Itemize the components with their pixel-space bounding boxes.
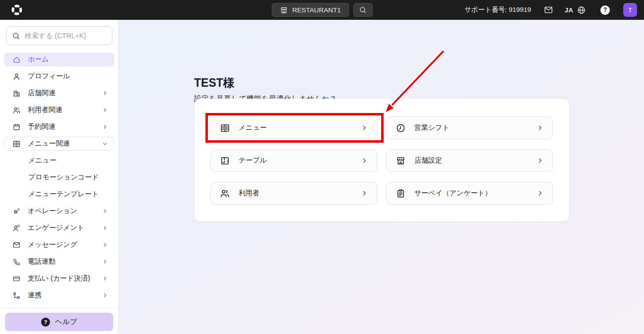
help-icon[interactable]: ?: [600, 5, 610, 15]
tile-menu[interactable]: メニュー: [210, 116, 377, 139]
tile-label: 店舗設定: [414, 156, 442, 165]
sidebar-item-label: メッセージング: [28, 240, 77, 249]
globe-icon: [577, 5, 586, 15]
search-icon: [12, 32, 20, 40]
sidebar-item-users-related[interactable]: 利用者関連: [4, 103, 114, 117]
sidebar-item-label: ホーム: [28, 55, 49, 64]
storefront-icon: [279, 6, 288, 14]
sidebar-item-phone-integration[interactable]: 電話連動: [4, 255, 114, 269]
sidebar-subitem-promotion-code[interactable]: プロモーションコード: [4, 170, 114, 184]
topbar: RESTAURANT1 サポート番号: 919919 JA: [0, 0, 644, 20]
store-selector-label: RESTAURANT1: [292, 6, 341, 14]
sidebar-item-label: 電話連動: [28, 257, 55, 266]
page-title: TEST様: [194, 75, 235, 91]
building-icon: [12, 89, 21, 98]
clock-icon: [396, 123, 406, 133]
sidebar-search-box: [6, 26, 112, 45]
survey-clipboard-icon: [396, 188, 406, 199]
calendar-icon: [12, 123, 21, 131]
app-root: RESTAURANT1 サポート番号: 919919 JA: [0, 0, 644, 334]
sidebar-item-label: メニューテンプレート: [28, 190, 99, 199]
floor-plan-icon: [220, 156, 230, 166]
sidebar-item-menu-related[interactable]: メニュー関連: [4, 137, 114, 151]
tile-label: メニュー: [239, 123, 267, 132]
chevron-right-icon: [102, 90, 108, 96]
chevron-right-icon: [102, 208, 108, 214]
chevron-right-icon: [102, 225, 108, 231]
people-icon: [12, 106, 21, 114]
person-heart-icon: [12, 224, 21, 232]
avatar[interactable]: T: [623, 3, 637, 17]
storefront-icon: [396, 156, 406, 166]
tile-survey[interactable]: サーベイ（アンケート）: [386, 182, 553, 205]
sidebar-nav: ホーム プロフィール 店舗関連: [0, 53, 118, 302]
tiles-grid: メニュー 営業シフト: [195, 99, 569, 222]
sidebar-item-label: エンゲージメント: [28, 223, 84, 232]
sidebar-item-profile[interactable]: プロフィール: [4, 69, 114, 83]
sidebar-item-store-related[interactable]: 店舗関連: [4, 86, 114, 100]
chevron-right-icon: [537, 190, 544, 197]
link-nodes-icon: [12, 291, 21, 300]
menu-book-icon: [220, 123, 230, 133]
chevron-right-icon: [102, 276, 108, 281]
tile-label: テーブル: [239, 156, 267, 165]
chevron-right-icon: [102, 259, 108, 265]
gear-list-icon: [12, 207, 21, 216]
sidebar-item-label: プロモーションコード: [28, 173, 99, 182]
sidebar-item-messaging[interactable]: メッセージング: [4, 238, 114, 252]
mail-icon: [12, 241, 21, 249]
chevron-right-icon: [102, 242, 108, 248]
sidebar-subitem-menu-template[interactable]: メニューテンプレート: [4, 187, 114, 201]
tile-table[interactable]: テーブル: [210, 149, 377, 172]
sidebar-item-reservation-related[interactable]: 予約関連: [4, 120, 114, 134]
topbar-right: サポート番号: 919919 JA ? T: [464, 0, 637, 20]
menu-book-icon: [12, 140, 21, 148]
sidebar-item-home[interactable]: ホーム: [4, 53, 114, 66]
search-input[interactable]: [25, 32, 106, 40]
help-icon: ?: [41, 318, 50, 327]
chevron-right-icon: [361, 190, 368, 197]
chevron-right-icon: [102, 292, 108, 298]
sidebar-item-operation[interactable]: オペレーション: [4, 204, 114, 218]
sidebar-item-label: 店舗関連: [28, 89, 55, 98]
mail-icon[interactable]: [544, 5, 553, 15]
tile-users[interactable]: 利用者: [210, 182, 377, 205]
store-selector[interactable]: RESTAURANT1: [271, 3, 348, 17]
sidebar-item-integrations[interactable]: 連携: [4, 288, 114, 302]
brand-logo-icon: [10, 3, 23, 18]
sidebar-item-label: 予約関連: [28, 122, 55, 131]
tile-label: 利用者: [239, 189, 259, 198]
main-content: TEST様 設定を見直して機能を最適化しませんか？ メニュー: [119, 20, 644, 334]
tile-store-settings[interactable]: 店舗設定: [386, 149, 553, 172]
topbar-center: RESTAURANT1: [271, 3, 372, 17]
chevron-down-icon: [102, 141, 108, 147]
help-button[interactable]: ? ヘルプ: [5, 313, 113, 331]
chevron-right-icon: [537, 157, 544, 164]
home-icon: [12, 56, 21, 64]
search-icon: [359, 6, 367, 14]
sidebar-item-label: 利用者関連: [28, 106, 62, 114]
sidebar-item-engagement[interactable]: エンゲージメント: [4, 221, 114, 235]
sidebar-subitem-menu[interactable]: メニュー: [4, 154, 114, 167]
support-number: サポート番号: 919919: [464, 5, 531, 14]
language-code: JA: [565, 6, 573, 14]
chevron-right-icon: [361, 124, 368, 131]
topbar-search-button[interactable]: [353, 3, 373, 17]
phone-icon: [12, 258, 21, 266]
chevron-right-icon: [361, 157, 368, 164]
quick-settings-card: メニュー 営業シフト: [195, 99, 569, 222]
sidebar-item-label: プロフィール: [28, 72, 70, 81]
tile-business-shift[interactable]: 営業シフト: [386, 116, 553, 139]
sidebar-item-label: 連携: [28, 291, 42, 300]
sidebar: ホーム プロフィール 店舗関連: [0, 20, 119, 334]
tile-label: サーベイ（アンケート）: [414, 189, 492, 198]
chevron-right-icon: [102, 107, 108, 113]
sidebar-item-label: メニュー: [28, 156, 56, 165]
person-icon: [12, 72, 21, 81]
language-switcher[interactable]: JA: [565, 5, 586, 15]
tile-label: 営業シフト: [414, 123, 449, 132]
people-icon: [220, 188, 230, 199]
card-terminal-icon: [12, 275, 21, 283]
sidebar-item-payment[interactable]: 支払い (カード決済): [4, 272, 114, 285]
sidebar-item-label: 支払い (カード決済): [28, 274, 90, 283]
